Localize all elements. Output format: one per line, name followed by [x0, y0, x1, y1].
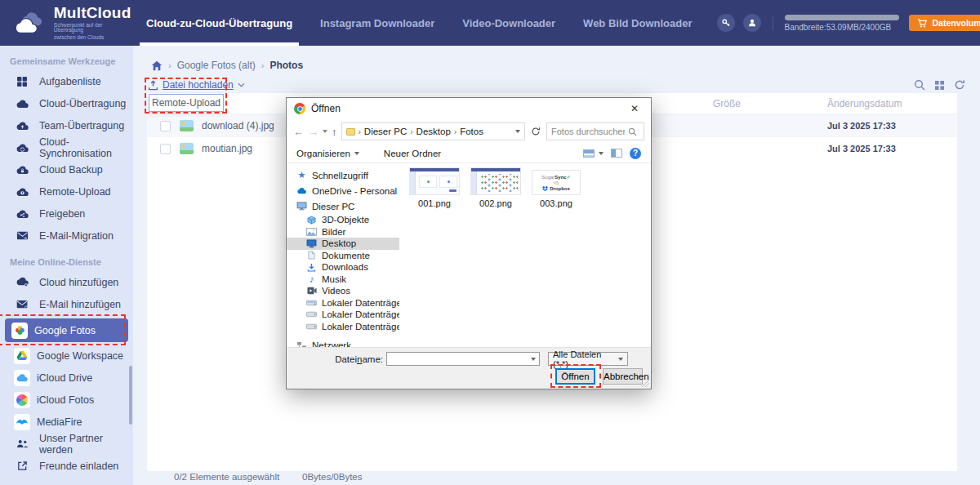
sidebar-item-freigeben[interactable]: Freigeben — [0, 202, 133, 225]
computer-icon — [296, 202, 307, 211]
buy-data-button[interactable]: Datenvolumen kaufen — [909, 15, 980, 31]
tree-item-downloads[interactable]: Downloads — [287, 261, 399, 274]
sidebar-item-cloud-hinzufuegen[interactable]: Cloud hinzufügen — [0, 271, 133, 293]
nav-tab-cloud-to-cloud[interactable]: Cloud-zu-Cloud-Übertragung — [143, 0, 296, 46]
help-key-button[interactable] — [717, 14, 735, 32]
filename-input[interactable] — [387, 354, 531, 364]
column-header-size[interactable]: Größe — [713, 98, 741, 109]
upload-area: Datei hochladen Remote-Upload — [148, 79, 245, 91]
tree-item-dieser-pc[interactable]: Dieser PC — [287, 198, 399, 214]
sidebar-item-cloud-backup[interactable]: Cloud Backup — [0, 158, 133, 180]
nav-tab-video-downloader[interactable]: Video-Downloader — [459, 0, 559, 46]
dialog-title-bar[interactable]: Öffnen ✕ — [287, 98, 651, 119]
cancel-button[interactable]: Abbrechen — [603, 368, 643, 385]
sidebar-scrollbar[interactable] — [129, 366, 132, 425]
organize-menu-button[interactable]: Organisieren — [296, 149, 359, 158]
open-button[interactable]: Öffnen — [555, 368, 595, 385]
tree-item-dokumente[interactable]: Dokumente — [287, 250, 399, 262]
sidebar-item-remote-upload[interactable]: Remote-Upload — [0, 180, 133, 202]
tree-item-schnellzugriff[interactable]: ★ Schnellzugriff — [287, 167, 399, 183]
address-dropdown-icon[interactable] — [515, 130, 520, 133]
multcloud-logo[interactable]: MultCloud Schwerpunkt auf der Übertragun… — [0, 5, 133, 41]
chrome-icon — [294, 103, 305, 114]
row-checkbox[interactable] — [160, 144, 171, 154]
sidebar-item-partner-werden[interactable]: Unser Partner werden — [0, 433, 133, 455]
filetype-select[interactable]: Alle Dateien (*.*) — [548, 352, 628, 366]
filename-combobox[interactable] — [386, 352, 540, 366]
breadcrumb-google-fotos[interactable]: Google Fotos (alt) — [177, 60, 256, 71]
home-icon[interactable] — [151, 60, 163, 71]
file-item-002[interactable]: 002.png — [470, 167, 521, 208]
tree-item-label: Lokaler Datenträger (C:) — [322, 298, 399, 308]
view-mode-button[interactable] — [583, 149, 604, 158]
sidebar-item-label: MediaFire — [37, 416, 82, 428]
tree-item-drive-e[interactable]: Lokaler Datenträger (E:) — [287, 321, 399, 333]
tree-item-3d-objekte[interactable]: 3D-Objekte — [287, 214, 399, 226]
sidebar-item-icloud-fotos[interactable]: iCloud Fotos — [0, 389, 133, 411]
dialog-file-grid: 001.png 002.png SugarSync✔ VS Dropbox — [405, 163, 651, 348]
sidebar-item-cloud-uebertragung[interactable]: Cloud-Übertragung — [0, 92, 133, 114]
sidebar-item-email-migration[interactable]: E-Mail-Migration — [0, 225, 133, 247]
sidebar-item-email-hinzufuegen[interactable]: E-Mail hinzufügen — [0, 293, 133, 315]
tree-item-label: 3D-Objekte — [322, 215, 369, 225]
address-crumb-desktop[interactable]: Desktop — [416, 127, 451, 136]
tree-item-bilder[interactable]: Bilder — [287, 226, 399, 238]
sidebar-item-aufgabenliste[interactable]: Aufgabenliste — [0, 70, 133, 92]
refresh-icon[interactable] — [954, 79, 965, 91]
sidebar-item-label: Freigeben — [39, 208, 85, 220]
dialog-search-box[interactable] — [546, 122, 644, 140]
sidebar-item-label: iCloud Drive — [37, 372, 92, 384]
cloud-sync-icon — [14, 143, 30, 153]
tree-item-drive-c[interactable]: Lokaler Datenträger (C:) — [287, 297, 399, 309]
back-icon[interactable]: ← — [293, 126, 304, 138]
upload-menu-item-remote-upload[interactable]: Remote-Upload — [149, 94, 224, 112]
address-refresh-icon[interactable] — [529, 127, 542, 136]
tree-item-desktop[interactable]: Desktop — [287, 238, 399, 250]
help-icon[interactable]: ? — [630, 148, 641, 159]
sidebar-item-google-fotos[interactable]: Google Fotos — [5, 318, 128, 342]
grid-view-icon[interactable] — [934, 80, 945, 91]
sidebar-item-mediafire[interactable]: MediaFire — [0, 411, 133, 433]
row-checkbox[interactable] — [160, 121, 171, 131]
nav-tab-web-image-downloader[interactable]: Web Bild Downloader — [580, 0, 695, 46]
add-cloud-icon — [14, 277, 30, 287]
search-icon[interactable] — [914, 79, 925, 91]
cloud-share-icon — [14, 209, 30, 219]
close-icon[interactable]: ✕ — [626, 101, 644, 116]
address-bar[interactable]: › Dieser PC › Desktop › Fotos — [341, 122, 526, 140]
file-item-001[interactable]: 001.png — [409, 167, 460, 208]
sidebar-item-cloud-synchronisation[interactable]: Cloud-Synchronisation — [0, 136, 133, 158]
sidebar-item-team-uebertragung[interactable]: Team-Übertragung — [0, 114, 133, 136]
tree-item-drive-d[interactable]: Lokaler Datenträger (D:) — [287, 309, 399, 321]
tree-item-onedrive[interactable]: OneDrive - Personal — [287, 183, 399, 198]
file-item-003[interactable]: SugarSync✔ VS Dropbox 003.png — [532, 170, 581, 208]
address-crumb-dieser-pc[interactable]: Dieser PC — [364, 127, 407, 136]
sidebar-item-freunde-einladen[interactable]: Freunde einladen — [0, 455, 133, 477]
address-separator: › — [410, 127, 412, 136]
upload-file-link[interactable]: Datei hochladen — [148, 79, 245, 91]
address-crumb-fotos[interactable]: Fotos — [460, 127, 483, 136]
history-caret-icon[interactable] — [323, 130, 327, 133]
resize-grip[interactable] — [642, 380, 649, 387]
mediafire-icon — [14, 414, 30, 430]
dialog-search-input[interactable] — [551, 127, 625, 136]
nav-tab-instagram-downloader[interactable]: Instagram Downloader — [317, 0, 438, 46]
preview-pane-icon[interactable] — [611, 149, 622, 158]
icloud-photos-icon — [14, 392, 30, 408]
selection-count: 0/2 Elemente ausgewählt — [174, 472, 279, 482]
sidebar-section-common-tools: Gemeinsame Werkzeuge — [0, 46, 133, 70]
new-folder-button[interactable]: Neuer Ordner — [384, 149, 441, 158]
image-thumbnail-icon — [180, 143, 194, 154]
tree-item-videos[interactable]: Videos — [287, 285, 399, 297]
file-thumbnail — [470, 167, 521, 195]
sidebar-item-google-workspace[interactable]: Google Workspace — [0, 345, 133, 367]
up-icon[interactable]: ↑ — [332, 126, 337, 138]
tree-item-label: Bilder — [322, 227, 345, 237]
main-nav: Cloud-zu-Cloud-Übertragung Instagram Dow… — [143, 0, 717, 46]
filename-dropdown-icon[interactable] — [531, 358, 536, 361]
column-header-modified[interactable]: Änderungsdatum — [827, 98, 902, 109]
sidebar-item-icloud-drive[interactable]: iCloud Drive — [0, 367, 133, 389]
status-bar: 0/2 Elemente ausgewählt 0Bytes/0Bytes — [133, 471, 980, 485]
tree-item-musik[interactable]: ♪ Musik — [287, 274, 399, 286]
account-button[interactable] — [743, 14, 761, 32]
